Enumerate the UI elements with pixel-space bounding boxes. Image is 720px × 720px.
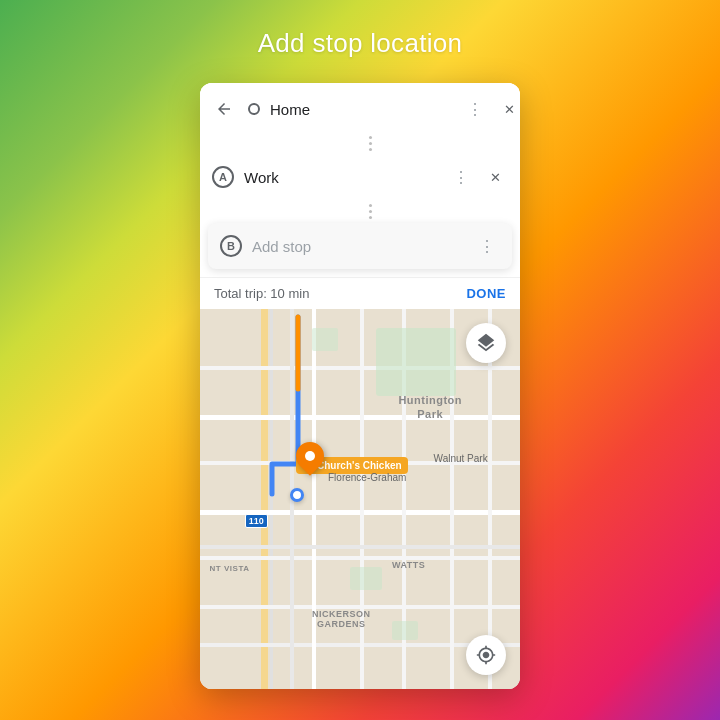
work-stop-icon: A (212, 166, 234, 188)
add-stop-icon: B (220, 235, 242, 257)
work-stop-input[interactable] (244, 169, 446, 186)
home-stop-icon (248, 103, 260, 115)
stop-row-work: A ⋮ ✕ (200, 151, 520, 203)
map-label-florence: Florence-Graham (328, 472, 406, 483)
map-label-huntington: HuntingtonPark (398, 393, 462, 422)
origin-dot (290, 488, 304, 502)
add-stop-row[interactable]: B ⋮ (208, 223, 512, 269)
location-button[interactable] (466, 635, 506, 675)
work-close-button[interactable]: ✕ (480, 162, 510, 192)
home-menu-icon[interactable]: ⋮ (460, 94, 490, 124)
route-card: ⋮ ✕ A ⋮ ✕ B (200, 83, 520, 689)
work-menu-icon[interactable]: ⋮ (446, 162, 476, 192)
map-area[interactable]: Church's Chicken HuntingtonPark Florence… (200, 309, 520, 689)
home-close-button[interactable]: ✕ (494, 94, 520, 124)
layers-button[interactable] (466, 323, 506, 363)
home-stop-input[interactable] (270, 101, 460, 118)
map-label-nt-vista: NT VISTA (210, 564, 250, 573)
add-stop-input[interactable] (252, 238, 472, 255)
total-trip-row: Total trip: 10 min DONE (200, 277, 520, 309)
map-label-nickerson: NICKERSONGARDENS (312, 609, 371, 629)
route-line (200, 309, 520, 689)
freeway-110-label: 110 (245, 514, 268, 528)
back-button[interactable] (206, 91, 242, 127)
add-stop-menu-icon[interactable]: ⋮ (472, 231, 502, 261)
done-button[interactable]: DONE (466, 286, 506, 301)
total-trip-text: Total trip: 10 min (214, 286, 309, 301)
page-title: Add stop location (258, 28, 463, 59)
destination-pin (296, 442, 324, 470)
stop-row-home: ⋮ ✕ (200, 83, 520, 135)
map-label-walnut: Walnut Park (434, 453, 488, 464)
map-label-watts: WATTS (392, 560, 425, 570)
